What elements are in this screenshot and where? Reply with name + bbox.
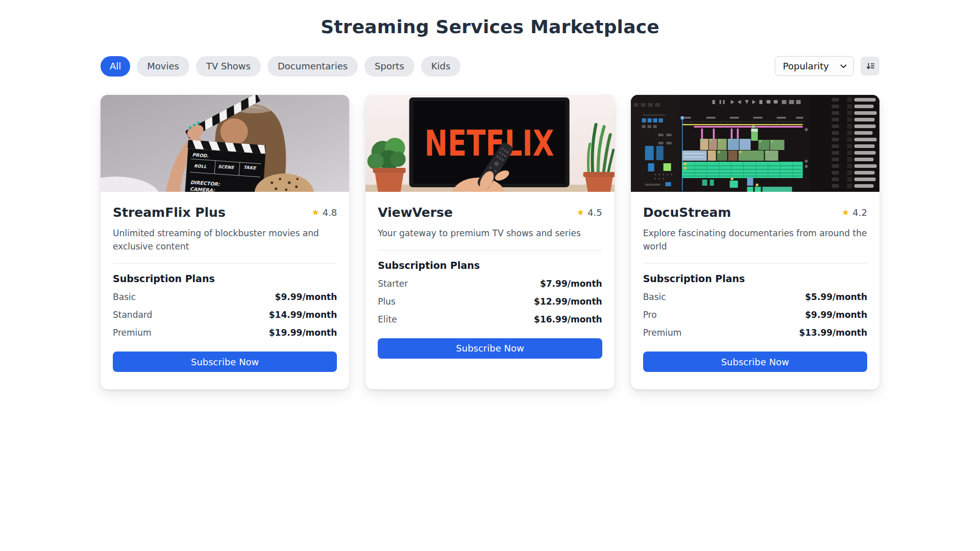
card-body: DocuStream ★ 4.2 Explore fascinating doc… [631,192,879,390]
plan-name: Standard [113,310,152,320]
marketplace-app: Streaming Services Marketplace All Movie… [101,16,879,389]
plan-name: Basic [643,292,666,302]
card-description: Explore fascinating documentaries from a… [643,227,867,264]
plan-price: $9.99/month [275,292,337,302]
editor-right-panel [810,95,879,192]
card-body: StreamFlix Plus ★ 4.8 Unlimited streamin… [101,192,349,390]
rating-value: 4.8 [323,207,337,218]
plan-row: Plus $12.99/month [378,296,602,307]
tab-documentaries[interactable]: Documentaries [267,56,358,77]
netflix-tv-photo: NETFLIX [365,95,614,192]
plan-row: Pro $9.99/month [643,310,867,320]
card-body: ViewVerse ★ 4.5 Your gateway to premium … [365,192,614,376]
plan-row: Premium $13.99/month [643,328,867,338]
clapperboard: PROD. ROLL SCENE TAKE DIRECTOR: CAMERA: … [183,140,271,192]
sort-controls: Popularity [775,56,879,76]
plan-name: Premium [643,328,682,338]
plan-row: Premium $19.99/month [113,328,337,338]
plan-row: Basic $9.99/month [113,292,337,302]
service-card-streamflix: PROD. ROLL SCENE TAKE DIRECTOR: CAMERA: … [101,95,349,390]
service-cards-grid: PROD. ROLL SCENE TAKE DIRECTOR: CAMERA: … [101,95,879,390]
plan-price: $12.99/month [534,296,602,307]
tab-sports[interactable]: Sports [364,56,414,77]
plan-name: Starter [378,279,408,289]
card-image [631,95,879,192]
plan-name: Basic [113,292,136,302]
subscribe-button[interactable]: Subscribe Now [113,352,337,372]
editor-left-panel [631,95,680,192]
plan-price: $14.99/month [269,310,337,320]
clapperboard-photo: PROD. ROLL SCENE TAKE DIRECTOR: CAMERA: … [101,95,349,192]
netflix-logo-text: NETFLIX [425,122,554,164]
card-description: Your gateway to premium TV shows and ser… [378,227,602,251]
rating: ★ 4.5 [577,205,602,218]
card-title: DocuStream [643,205,731,220]
card-title: StreamFlix Plus [113,205,226,220]
category-tabs: All Movies TV Shows Documentaries Sports… [101,56,460,77]
sort-select[interactable]: Popularity [775,56,854,76]
rating-value: 4.5 [587,207,602,218]
plans-heading: Subscription Plans [113,273,337,284]
plan-price: $16.99/month [534,314,602,324]
card-title: ViewVerse [378,205,453,220]
sort-direction-button[interactable] [861,57,879,76]
rating: ★ 4.2 [842,205,867,218]
sort-select-value: Popularity [783,61,829,71]
plan-price: $19.99/month [269,328,337,338]
plan-row: Starter $7.99/month [378,279,602,289]
plans-heading: Subscription Plans [378,260,602,271]
subscribe-button[interactable]: Subscribe Now [643,352,867,372]
page-title: Streaming Services Marketplace [101,16,879,37]
tab-movies[interactable]: Movies [137,56,189,77]
tab-kids[interactable]: Kids [421,56,461,77]
plan-name: Plus [378,296,396,307]
plan-price: $9.99/month [805,310,867,320]
subscribe-button[interactable]: Subscribe Now [378,338,602,359]
video-editor-photo [631,95,879,192]
plan-price: $5.99/month [805,292,867,302]
plan-row: Elite $16.99/month [378,314,602,324]
plan-price: $7.99/month [540,279,602,289]
rating-value: 4.2 [852,207,867,218]
chevron-down-icon [840,64,847,68]
star-icon: ★ [311,208,319,217]
svg-text:TAKE: TAKE [243,164,257,170]
card-image: PROD. ROLL SCENE TAKE DIRECTOR: CAMERA: … [101,95,349,192]
plans-heading: Subscription Plans [643,273,867,284]
service-card-docustream: DocuStream ★ 4.2 Explore fascinating doc… [631,95,879,390]
tab-all[interactable]: All [101,56,130,77]
card-description: Unlimited streaming of blockbuster movie… [113,227,337,264]
card-image: NETFLIX [365,95,614,192]
plan-name: Premium [113,328,152,338]
sort-descending-icon [866,62,875,70]
plan-name: Pro [643,310,657,320]
plan-name: Elite [378,314,397,324]
svg-text:ROLL: ROLL [194,163,207,169]
tab-tv-shows[interactable]: TV Shows [196,56,261,77]
plan-price: $13.99/month [799,328,867,338]
toolbar: All Movies TV Shows Documentaries Sports… [101,56,879,77]
plan-row: Standard $14.99/month [113,310,337,320]
star-icon: ★ [577,208,584,217]
rating: ★ 4.8 [311,205,337,218]
plan-row: Basic $5.99/month [643,292,867,302]
star-icon: ★ [842,208,849,217]
person-face [220,118,248,145]
service-card-viewverse: NETFLIX [365,95,614,390]
